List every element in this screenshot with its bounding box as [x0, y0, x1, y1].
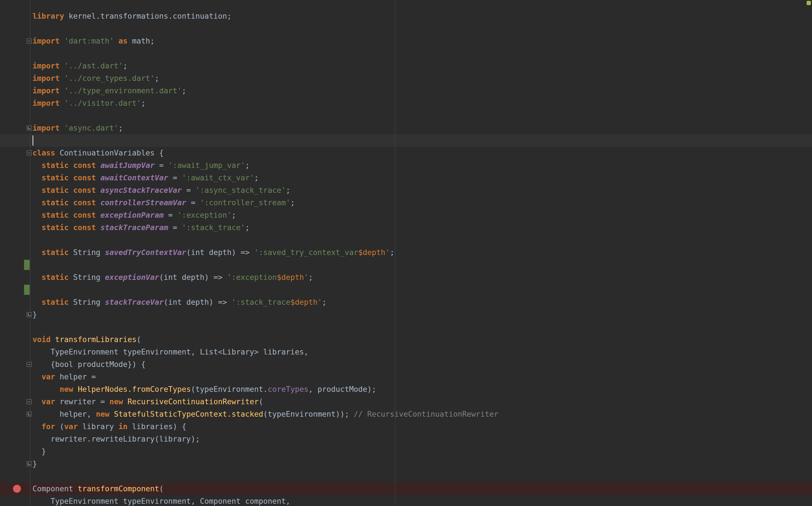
code-token: 'dart:math' [64, 36, 114, 45]
code-line-25[interactable]: } [32, 309, 498, 321]
code-token: String [73, 273, 105, 281]
code-token: library [32, 12, 69, 20]
code-line-11[interactable] [32, 134, 498, 147]
code-lines[interactable]: library kernel.transformations.continuat… [32, 10, 498, 506]
code-line-6[interactable]: import '../core_types.dart'; [32, 72, 498, 85]
text-caret [32, 136, 33, 146]
fold-start-icon[interactable]: − [26, 38, 32, 44]
code-line-28[interactable]: TypeEnvironment typeEnvironment, List<Li… [32, 346, 498, 358]
code-line-18[interactable]: static const stackTraceParam = ':stack_t… [32, 221, 498, 234]
code-token: var [41, 397, 55, 406]
code-token: '../ast.dart' [64, 61, 123, 70]
code-line-29[interactable]: {bool productMode}) { [32, 358, 498, 370]
code-line-3[interactable]: import 'dart:math' as math; [32, 35, 498, 47]
code-token: ; [141, 99, 145, 107]
code-line-27[interactable]: void transformLibraries( [32, 333, 498, 346]
code-token: controllerStreamVar [100, 198, 186, 207]
code-line-21[interactable] [32, 259, 498, 271]
code-line-4[interactable] [32, 47, 498, 60]
code-line-17[interactable]: static const exceptionParam = ':exceptio… [32, 209, 498, 221]
code-line-35[interactable]: rewriter.rewriteLibrary(library); [32, 433, 498, 445]
code-line-37[interactable]: } [32, 458, 498, 470]
code-line-15[interactable]: static const asyncStackTraceVar = ':asyn… [32, 184, 498, 196]
code-line-10[interactable]: import 'async.dart'; [32, 122, 498, 134]
inspections-indicator-icon[interactable] [807, 1, 811, 5]
code-token: '../type_environment.dart' [64, 86, 182, 95]
code-line-7[interactable]: import '../type_environment.dart'; [32, 85, 498, 97]
code-token: rewriter = [55, 397, 109, 406]
code-token: ':stack_trace' [182, 223, 245, 232]
code-token: ; [290, 198, 295, 207]
code-token: static const [41, 161, 100, 170]
code-token: = [182, 186, 195, 194]
code-token: ; [245, 223, 250, 232]
code-token: math; [127, 36, 155, 45]
code-line-39[interactable]: Component transformComponent( [32, 483, 498, 495]
code-line-24[interactable]: static String stackTraceVar(int depth) =… [32, 296, 498, 309]
code-token: ':controller_stream' [200, 198, 290, 207]
code-token: ':stack_trace [232, 298, 290, 307]
code-line-31[interactable]: new HelperNodes.fromCoreTypes(typeEnviro… [32, 383, 498, 396]
code-line-23[interactable] [32, 283, 498, 296]
code-token: ; [155, 74, 159, 83]
code-token: ; [254, 173, 259, 182]
fold-start-icon[interactable]: − [26, 362, 32, 367]
code-line-2[interactable] [32, 22, 498, 35]
code-token: exceptionParam [100, 210, 164, 219]
code-token [32, 298, 41, 307]
code-line-40[interactable]: TypeEnvironment typeEnvironment, Compone… [32, 495, 498, 506]
code-token: in [118, 422, 127, 431]
code-token: ; [390, 248, 394, 257]
code-token: } [32, 310, 37, 319]
code-line-1[interactable]: library kernel.transformations.continuat… [32, 10, 498, 22]
code-token: Component [32, 484, 78, 493]
code-line-13[interactable]: static const awaitJumpVar = ':await_jump… [32, 159, 498, 172]
code-token: stackTraceParam [100, 223, 168, 232]
code-token: ':exception' [177, 210, 231, 219]
code-line-26[interactable] [32, 321, 498, 333]
code-line-22[interactable]: static String exceptionVar(int depth) =>… [32, 271, 498, 283]
code-token: HelperNodes.fromCoreTypes [78, 385, 191, 394]
editor-gutter[interactable]: −−−− [0, 0, 30, 506]
code-token: ':await_ctx_var' [182, 173, 254, 182]
code-token: ; [245, 161, 250, 170]
code-token: savedTryContextVar [105, 248, 186, 257]
code-token: ':exception [227, 273, 277, 281]
code-line-36[interactable]: } [32, 445, 498, 458]
code-line-8[interactable]: import '../visitor.dart'; [32, 97, 498, 109]
code-line-38[interactable] [32, 470, 498, 483]
fold-end-icon[interactable] [26, 412, 32, 417]
code-token: (typeEnvironment. [191, 385, 268, 394]
code-line-34[interactable]: for (var library in libraries) { [32, 420, 498, 433]
code-line-20[interactable]: static String savedTryContextVar(int dep… [32, 246, 498, 259]
code-token: exceptionVar [105, 273, 159, 281]
code-token: void [32, 335, 55, 344]
code-line-19[interactable] [32, 234, 498, 246]
code-token: ContinuationVariables { [60, 148, 164, 157]
code-token: ( [259, 397, 263, 406]
fold-end-icon[interactable] [26, 125, 32, 131]
code-line-32[interactable]: var rewriter = new RecursiveContinuation… [32, 396, 498, 408]
code-token: transformComponent [78, 484, 159, 493]
code-line-33[interactable]: helper, new StatefulStaticTypeContext.st… [32, 408, 498, 420]
vcs-change-marker[interactable] [24, 260, 30, 270]
code-line-12[interactable]: class ContinuationVariables { [32, 147, 498, 159]
code-line-9[interactable] [32, 109, 498, 122]
fold-end-icon[interactable] [26, 461, 32, 467]
code-token: asyncStackTraceVar [100, 186, 182, 194]
code-line-16[interactable]: static const controllerStreamVar = ':con… [32, 196, 498, 209]
code-token: , productMode); [309, 385, 376, 394]
code-line-5[interactable]: import '../ast.dart'; [32, 60, 498, 72]
fold-start-icon[interactable]: − [26, 150, 32, 156]
code-token: = [168, 223, 182, 232]
breakpoint-icon[interactable] [13, 485, 21, 493]
fold-end-icon[interactable] [26, 312, 32, 317]
code-token: ; [286, 186, 290, 194]
fold-start-icon[interactable]: − [26, 399, 32, 404]
code-token: String [73, 298, 105, 307]
code-line-14[interactable]: static const awaitContextVar = ':await_c… [32, 172, 498, 184]
code-token: TypeEnvironment typeEnvironment, List<Li… [32, 347, 309, 356]
code-token: = [155, 161, 168, 170]
code-line-30[interactable]: var helper = [32, 370, 498, 383]
vcs-change-marker[interactable] [24, 285, 30, 295]
